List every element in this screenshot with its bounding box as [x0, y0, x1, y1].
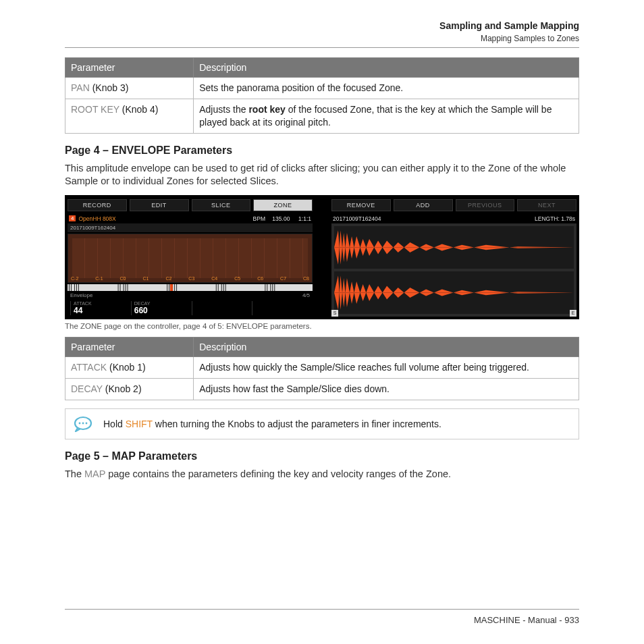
- page-header: Sampling and Sample Mapping Mapping Samp…: [65, 20, 579, 48]
- table-row: PAN (Knob 3) Sets the panorama position …: [65, 78, 579, 99]
- zone-button: ZONE: [253, 199, 313, 211]
- pad-number: 4: [69, 215, 76, 221]
- waveform-panel: S E: [331, 223, 576, 317]
- param-desc: Sets the panorama position of the focuse…: [194, 78, 579, 99]
- svg-point-5: [86, 422, 88, 424]
- param-desc: Adjusts how fast the Sample/Slice dies d…: [194, 378, 579, 400]
- record-button: RECORD: [68, 199, 127, 211]
- figure-caption: The ZONE page on the controller, page 4 …: [65, 322, 579, 330]
- header-title: Sampling and Sample Mapping: [65, 20, 579, 31]
- table-header-parameter: Parameter: [65, 58, 194, 78]
- param-desc: Adjusts how quickly the Sample/Slice rea…: [194, 356, 579, 378]
- shift-key: SHIFT: [126, 419, 153, 429]
- param-desc: Adjusts the root key of the focused Zone…: [194, 99, 579, 133]
- previous-button: PREVIOUS: [456, 199, 515, 211]
- page-footer: MASCHINE - Manual - 933: [65, 609, 579, 625]
- tip-text: Hold SHIFT when turning the Knobs to adj…: [103, 419, 441, 429]
- controller-screenshot: RECORD EDIT SLICE ZONE 4 OpenHH 808X BPM…: [65, 195, 579, 319]
- section-heading-envelope: Page 4 – ENVELOPE Parameters: [65, 144, 579, 157]
- sample-filename: 20171009T162404: [68, 223, 313, 232]
- end-marker: E: [570, 310, 576, 317]
- param-table-pan-rootkey: Parameter Description PAN (Knob 3) Sets …: [65, 57, 579, 134]
- slice-button: SLICE: [192, 199, 251, 211]
- param-name: ATTACK: [71, 362, 107, 373]
- svg-point-3: [79, 422, 81, 424]
- edit-button: EDIT: [130, 199, 189, 211]
- knob-attack: ATTACK 44: [70, 301, 128, 315]
- keyboard-strip: [68, 284, 313, 291]
- bars-value: 1:1:1: [298, 215, 311, 222]
- table-row: ATTACK (Knob 1) Adjusts how quickly the …: [65, 356, 579, 378]
- table-row: DECAY (Knob 2) Adjusts how fast the Samp…: [65, 378, 579, 400]
- page-indicator: 4/5: [302, 292, 310, 298]
- param-name: PAN: [71, 82, 90, 93]
- knob-decay: DECAY 660: [131, 301, 189, 315]
- add-button: ADD: [394, 199, 453, 211]
- waveform-right-channel: [334, 271, 574, 314]
- tip-box: Hold SHIFT when turning the Knobs to adj…: [65, 408, 579, 439]
- info-row: 4 OpenHH 808X BPM 135.00 1:1:1: [68, 214, 313, 223]
- bpm-value: 135.00: [272, 215, 290, 222]
- section-body-map: The MAP page contains the parameters def…: [65, 468, 579, 481]
- right-sample-name: 20171009T162404: [333, 215, 381, 222]
- param-table-attack-decay: Parameter Description ATTACK (Knob 1) Ad…: [65, 337, 579, 400]
- waveform-left-channel: [334, 226, 574, 269]
- bpm-label: BPM: [253, 215, 265, 222]
- envelope-row: Envelope 4/5: [68, 291, 313, 300]
- param-name: ROOT KEY: [71, 104, 119, 115]
- table-row: ROOT KEY (Knob 4) Adjusts the root key o…: [65, 99, 579, 133]
- envelope-label: Envelope: [70, 292, 92, 298]
- section-heading-map: Page 5 – MAP Parameters: [65, 450, 579, 462]
- next-button: NEXT: [517, 199, 576, 211]
- param-name: DECAY: [71, 383, 103, 394]
- sample-title: OpenHH 808X: [78, 215, 115, 222]
- section-body: This amplitude envelope can be used to g…: [65, 162, 579, 188]
- remove-button: REMOVE: [331, 199, 391, 211]
- table-header-parameter: Parameter: [65, 337, 194, 356]
- length-label: LENGTH: 1.78s: [535, 215, 575, 222]
- right-info-row: 20171009T162404 LENGTH: 1.78s: [331, 214, 576, 223]
- table-header-description: Description: [194, 58, 579, 78]
- svg-point-4: [82, 422, 84, 424]
- zone-map-visual: C-2 C-1 C0 C1 C2 C3 C4 C5 C6 C7 C8: [68, 234, 313, 283]
- header-subtitle: Mapping Samples to Zones: [65, 34, 579, 43]
- table-header-description: Description: [194, 337, 579, 356]
- start-marker: S: [331, 310, 338, 317]
- tip-icon: [74, 416, 94, 432]
